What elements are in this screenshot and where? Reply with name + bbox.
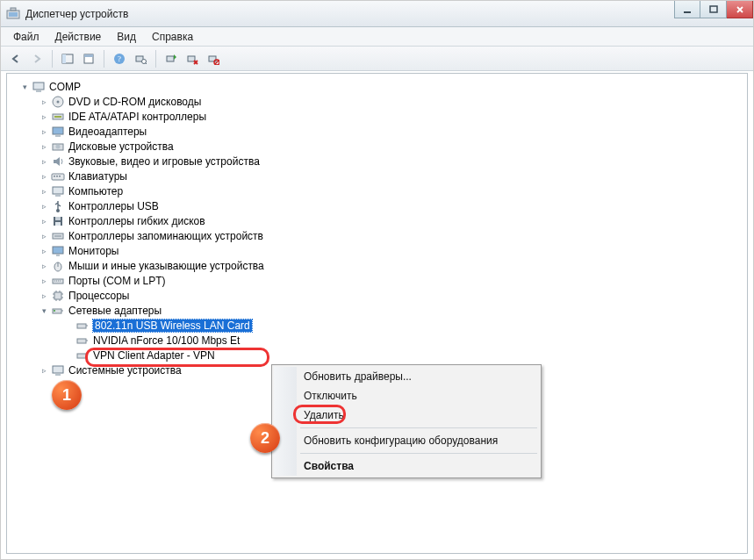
- svg-point-20: [57, 100, 60, 103]
- tree-node-label: Компьютер: [68, 185, 123, 197]
- expander-icon[interactable]: ▹: [39, 216, 49, 226]
- scan-hardware-button[interactable]: [131, 49, 150, 68]
- svg-point-33: [56, 209, 60, 212]
- expander-icon[interactable]: ▹: [39, 246, 49, 256]
- toolbar-separator: [155, 50, 156, 68]
- tree-node-label: Дисковые устройства: [68, 140, 174, 153]
- tree-category[interactable]: ▹ Контроллеры гибких дисков: [14, 213, 747, 228]
- tree-category[interactable]: ▹ Компьютер: [14, 183, 747, 198]
- expander-icon[interactable]: ▾: [19, 82, 30, 92]
- expander-icon[interactable]: ▾: [39, 305, 49, 316]
- svg-rect-36: [55, 222, 61, 226]
- context-menu-separator: [300, 453, 537, 454]
- svg-rect-4: [710, 6, 717, 12]
- expander-icon[interactable]: ▹: [39, 156, 49, 167]
- svg-rect-1: [9, 12, 18, 17]
- tree-category[interactable]: ▹ Процессоры: [14, 288, 747, 303]
- tree-category-network[interactable]: ▾ Сетевые адаптеры: [14, 303, 747, 318]
- display-adapter-icon: [51, 125, 65, 139]
- menu-bar: Файл Действие Вид Справка: [1, 27, 753, 47]
- minimize-button[interactable]: [674, 1, 700, 18]
- svg-rect-24: [55, 135, 61, 137]
- svg-rect-23: [53, 127, 63, 134]
- maximize-button[interactable]: [700, 1, 727, 18]
- nav-forward-button[interactable]: [27, 49, 47, 68]
- tree-node-label: Мыши и иные указывающие устройства: [68, 260, 264, 272]
- network-adapter-icon: [75, 334, 90, 348]
- tree-category[interactable]: ▹ Клавиатуры: [14, 169, 747, 183]
- svg-rect-45: [77, 324, 86, 328]
- svg-rect-35: [55, 217, 61, 220]
- tree-node-label: Процессоры: [68, 290, 130, 302]
- disable-button[interactable]: [204, 49, 223, 68]
- context-menu: Обновить драйверы... Отключить Удалить О…: [271, 364, 542, 478]
- expander-icon[interactable]: ▹: [39, 261, 49, 271]
- disk-drive-icon: [51, 140, 65, 154]
- keyboard-icon: [51, 169, 65, 183]
- expander-icon[interactable]: ▹: [39, 186, 49, 197]
- svg-rect-6: [62, 54, 66, 63]
- tree-root[interactable]: ▾ COMP: [14, 79, 747, 94]
- svg-rect-13: [167, 56, 174, 61]
- tree-category[interactable]: ▹ DVD и CD-ROM дисководы: [14, 94, 747, 109]
- help-button[interactable]: ?: [110, 49, 129, 68]
- svg-text:?: ?: [118, 54, 121, 63]
- toolbar-separator: [52, 50, 53, 68]
- svg-rect-22: [54, 116, 61, 118]
- expander-icon[interactable]: ▹: [39, 201, 49, 212]
- menu-help[interactable]: Справка: [145, 29, 200, 45]
- svg-point-26: [56, 144, 61, 148]
- expander-icon[interactable]: ▹: [39, 97, 49, 107]
- expander-icon[interactable]: ▹: [39, 171, 49, 182]
- cm-properties[interactable]: Свойства: [274, 456, 539, 476]
- tree-category[interactable]: ▹ Видеоадаптеры: [14, 124, 747, 139]
- tree-category[interactable]: ▹ Мыши и иные указывающие устройства: [14, 258, 747, 273]
- toolbar: ?: [1, 47, 753, 71]
- tree-category[interactable]: ▹ Порты (COM и LPT): [14, 273, 747, 288]
- svg-rect-47: [77, 354, 86, 358]
- cm-label: Свойства: [304, 460, 354, 472]
- show-hide-tree-button[interactable]: [58, 49, 77, 68]
- tree-category[interactable]: ▹ Звуковые, видео и игровые устройства: [14, 154, 747, 169]
- svg-rect-28: [54, 176, 55, 177]
- expander-icon[interactable]: ▹: [39, 231, 49, 241]
- tree-node-label: DVD и CD-ROM дисководы: [68, 96, 201, 108]
- computer-icon: [51, 184, 65, 198]
- properties-button[interactable]: [79, 49, 98, 68]
- expander-icon[interactable]: ▹: [39, 276, 49, 286]
- ide-controller-icon: [51, 110, 65, 124]
- tree-node-label: Мониторы: [68, 245, 118, 257]
- tree-category[interactable]: ▹ Контроллеры USB: [14, 198, 747, 213]
- tree-category[interactable]: ▹ Контроллеры запоминающих устройств: [14, 228, 747, 243]
- tree-device[interactable]: ▹ NVIDIA nForce 10/100 Mbps Et: [14, 333, 747, 348]
- network-adapter-icon: [75, 319, 90, 333]
- tree-node-label: Клавиатуры: [68, 170, 127, 183]
- tree-device-wireless[interactable]: ▹ 802.11n USB Wireless LAN Card: [14, 318, 747, 333]
- tree-node-label: Видеоадаптеры: [68, 126, 147, 138]
- context-menu-separator: [300, 427, 537, 428]
- uninstall-button[interactable]: [183, 49, 202, 68]
- tree-category[interactable]: ▹ Мониторы: [14, 243, 747, 258]
- cm-delete[interactable]: Удалить: [274, 406, 539, 425]
- cm-disable[interactable]: Отключить: [274, 386, 539, 406]
- nav-back-button[interactable]: [6, 49, 25, 68]
- close-button[interactable]: [727, 1, 753, 18]
- update-driver-button[interactable]: [162, 49, 181, 68]
- cm-update-drivers[interactable]: Обновить драйверы...: [274, 367, 539, 386]
- device-tree-panel[interactable]: ▾ COMP ▹ DVD и CD-ROM дисководы ▹ IDE AT…: [6, 73, 748, 554]
- expander-icon[interactable]: ▹: [39, 291, 49, 301]
- tree-category[interactable]: ▹ Дисковые устройства: [14, 139, 747, 154]
- tree-node-label: 802.11n USB Wireless LAN Card: [93, 319, 252, 332]
- tree-category[interactable]: ▹ IDE ATA/ATAPI контроллеры: [14, 109, 747, 124]
- menu-view[interactable]: Вид: [110, 29, 143, 45]
- expander-icon[interactable]: ▹: [39, 111, 49, 122]
- expander-icon[interactable]: ▹: [39, 141, 49, 152]
- disc-drive-icon: [51, 95, 65, 109]
- tree-device[interactable]: ▹ VPN Client Adapter - VPN: [14, 348, 747, 363]
- tree-node-label: VPN Client Adapter - VPN: [93, 349, 215, 362]
- expander-icon[interactable]: ▹: [39, 365, 49, 376]
- menu-action[interactable]: Действие: [48, 29, 109, 45]
- menu-file[interactable]: Файл: [6, 29, 47, 45]
- cm-rescan[interactable]: Обновить конфигурацию оборудования: [274, 431, 539, 450]
- expander-icon[interactable]: ▹: [39, 126, 49, 137]
